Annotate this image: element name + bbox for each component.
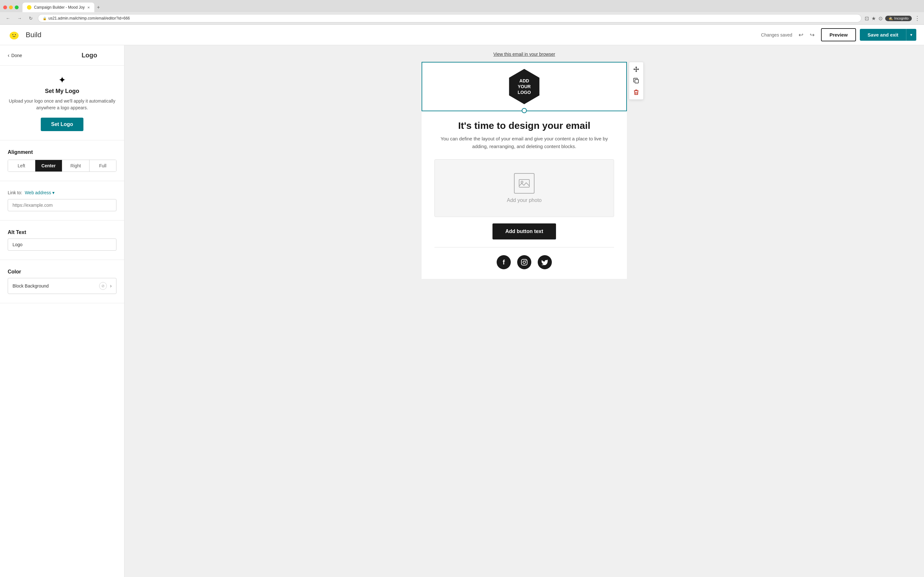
svg-rect-10 [635,79,638,83]
canvas-area: View this email in your browser ADDYOURL… [124,45,924,577]
social-icons-row: f [422,255,627,279]
email-heading: It's time to design your email [422,111,627,135]
logo-placeholder: ADDYOURLOGO [507,69,542,104]
set-logo-star-icon: ✦ [8,75,116,85]
changes-saved: Changes saved [761,32,792,37]
set-logo-description: Upload your logo once and we'll apply it… [8,98,116,111]
redo-btn[interactable]: ↪ [807,30,817,40]
set-logo-section: ✦ Set My Logo Upload your logo once and … [0,66,124,140]
browser-tab[interactable]: Campaign Builder - Mood Joy ✕ [23,3,94,12]
twitter-icon[interactable] [538,255,552,269]
undo-redo-group: ↩ ↪ [796,30,817,40]
tab-title: Campaign Builder - Mood Joy [34,5,85,10]
header-right: Changes saved ↩ ↪ Preview Save and exit … [761,28,916,41]
incognito-icon: 🕵 [888,16,893,21]
app-title: Build [26,31,41,39]
set-logo-title: Set My Logo [8,88,116,95]
email-frame-wrapper: ADDYOURLOGO It's time to design your ema… [422,62,627,279]
menu-icon: ⋮ [914,15,920,22]
view-browser-link[interactable]: View this email in your browser [493,52,556,57]
no-color-icon: ⊘ [99,282,107,290]
window-close-btn[interactable] [3,5,7,9]
photo-label: Add your photo [507,197,542,203]
cast-icon: ⊡ [865,15,869,21]
link-to-row: Link to: Web address ▾ [8,190,116,195]
align-full-btn[interactable]: Full [89,160,116,171]
browser-icons: ⊡ ★ ⊙ 🕵 Incognito ⋮ [865,15,920,22]
sidebar: ‹ Done Logo ✦ Set My Logo Upload your lo… [0,45,124,577]
forward-nav-btn[interactable]: → [15,15,24,21]
window-minimize-btn[interactable] [9,5,13,9]
mailchimp-logo [8,29,21,41]
instagram-icon[interactable] [517,255,531,269]
browser-window: Campaign Builder - Mood Joy ✕ + ← → ↻ 🔒 … [0,0,924,577]
side-tools-panel [629,62,644,100]
color-section: Color Block Background ⊘ › [0,260,124,303]
move-tool-btn[interactable] [631,64,641,74]
link-to-value[interactable]: Web address ▾ [25,190,55,195]
back-nav-btn[interactable]: ← [4,15,12,21]
svg-point-3 [15,34,16,35]
email-body: It's time to design your email You can d… [422,111,627,279]
bookmark-icon: ★ [871,15,876,21]
alt-text-label: Alt Text [8,229,116,235]
reload-btn[interactable]: ↻ [27,15,35,21]
button-block: Add button text [422,223,627,247]
align-center-btn[interactable]: Center [35,160,63,171]
lock-icon: 🔒 [43,17,47,20]
done-back-btn[interactable]: ‹ Done [8,53,22,58]
done-label: Done [11,53,22,58]
tab-favicon [27,5,31,10]
app-header: Build Changes saved ↩ ↪ Preview Save and… [0,25,924,45]
svg-point-4 [16,33,18,35]
email-cta-button[interactable]: Add button text [493,223,556,239]
undo-btn[interactable]: ↩ [796,30,806,40]
logo-text: ADDYOURLOGO [517,78,531,95]
alt-text-input[interactable] [8,239,116,251]
incognito-badge: 🕵 Incognito [885,16,912,21]
delete-tool-btn[interactable] [631,87,641,97]
color-row-right: ⊘ › [99,282,111,290]
address-text: us21.admin.mailchimp.com/email/editor?id… [48,16,130,21]
address-bar[interactable]: 🔒 us21.admin.mailchimp.com/email/editor?… [38,14,861,23]
link-url-input[interactable] [8,199,116,211]
facebook-icon[interactable]: f [497,255,511,269]
main-layout: ‹ Done Logo ✦ Set My Logo Upload your lo… [0,45,924,577]
alignment-section: Alignment Left Center Right Full [0,140,124,181]
photo-block[interactable]: Add your photo [435,159,614,217]
block-background-label: Block Background [13,284,49,288]
alignment-group: Left Center Right Full [8,160,116,172]
align-right-btn[interactable]: Right [62,160,89,171]
link-to-section: Link to: Web address ▾ [0,181,124,221]
email-frame: ADDYOURLOGO It's time to design your ema… [422,62,627,279]
color-chevron-icon: › [110,283,111,289]
svg-point-6 [521,181,523,183]
svg-point-2 [13,34,13,35]
alt-text-section: Alt Text [0,221,124,260]
svg-point-8 [523,261,525,263]
svg-point-9 [525,260,526,261]
svg-rect-5 [519,179,529,187]
sidebar-title: Logo [81,52,116,59]
link-to-label: Link to: [8,190,22,195]
align-left-btn[interactable]: Left [8,160,35,171]
photo-placeholder-icon [514,173,535,193]
profile-icon: ⊙ [879,15,883,21]
set-logo-button[interactable]: Set Logo [41,118,83,131]
resize-handle[interactable] [522,108,527,113]
logo-block[interactable]: ADDYOURLOGO [422,62,627,111]
save-exit-button[interactable]: Save and exit [860,29,906,41]
back-arrow-icon: ‹ [8,53,9,58]
color-label: Color [8,269,116,275]
tab-close-btn[interactable]: ✕ [87,6,90,9]
window-maximize-btn[interactable] [15,5,19,9]
save-exit-group: Save and exit ▾ [860,29,916,41]
save-exit-chevron-btn[interactable]: ▾ [906,29,916,41]
new-tab-button[interactable]: + [94,3,102,11]
duplicate-tool-btn[interactable] [631,76,641,86]
sidebar-header: ‹ Done Logo [0,45,124,66]
preview-button[interactable]: Preview [821,28,856,41]
email-subtext: You can define the layout of your email … [422,135,627,159]
alignment-label: Alignment [8,149,116,155]
block-background-row[interactable]: Block Background ⊘ › [8,278,116,294]
